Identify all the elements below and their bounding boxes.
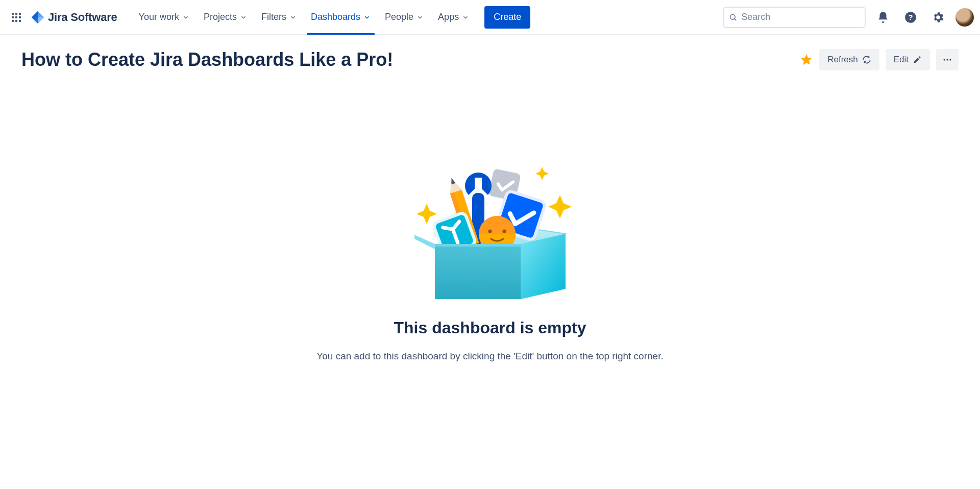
svg-marker-21 bbox=[450, 177, 455, 184]
svg-point-12 bbox=[944, 59, 945, 60]
svg-rect-2 bbox=[19, 13, 21, 15]
svg-point-24 bbox=[488, 230, 492, 233]
product-name: Jira Software bbox=[48, 11, 117, 24]
svg-point-9 bbox=[730, 14, 736, 19]
nav-label: Apps bbox=[438, 12, 459, 22]
nav-projects[interactable]: Projects bbox=[197, 0, 254, 34]
svg-point-13 bbox=[946, 59, 948, 60]
svg-rect-1 bbox=[15, 13, 17, 15]
empty-state-subtitle: You can add to this dashboard by clickin… bbox=[316, 351, 663, 362]
edit-button[interactable]: Edit bbox=[886, 49, 930, 70]
nav-label: People bbox=[385, 12, 413, 22]
nav-people[interactable]: People bbox=[378, 0, 431, 34]
search-input[interactable] bbox=[741, 12, 860, 22]
toolbox-illustration bbox=[403, 162, 577, 305]
notifications-icon[interactable] bbox=[873, 7, 893, 28]
svg-rect-5 bbox=[19, 16, 21, 18]
star-filled-icon bbox=[800, 53, 813, 66]
edit-label: Edit bbox=[894, 55, 909, 65]
page-header: How to Create Jira Dashboards Like a Pro… bbox=[0, 35, 980, 70]
pencil-icon bbox=[913, 55, 922, 64]
jira-logo-icon bbox=[31, 10, 45, 25]
refresh-button[interactable]: Refresh bbox=[819, 49, 879, 70]
search-icon bbox=[729, 13, 737, 22]
nav-label: Your work bbox=[139, 12, 179, 22]
settings-icon[interactable] bbox=[928, 7, 948, 28]
page-actions: Refresh Edit bbox=[800, 49, 959, 70]
svg-rect-0 bbox=[12, 13, 14, 15]
chevron-down-icon bbox=[182, 14, 189, 21]
svg-point-25 bbox=[503, 230, 506, 233]
refresh-label: Refresh bbox=[827, 55, 858, 65]
svg-rect-7 bbox=[15, 20, 17, 22]
nav-right-group: ? bbox=[723, 7, 974, 28]
nav-apps[interactable]: Apps bbox=[431, 0, 476, 34]
star-button[interactable] bbox=[800, 53, 813, 66]
page-title: How to Create Jira Dashboards Like a Pro… bbox=[21, 49, 393, 70]
svg-rect-3 bbox=[12, 16, 14, 18]
nav-filters[interactable]: Filters bbox=[254, 0, 304, 34]
chevron-down-icon bbox=[289, 14, 297, 21]
more-horizontal-icon bbox=[942, 55, 952, 65]
app-switcher-icon[interactable] bbox=[6, 7, 27, 28]
profile-avatar[interactable] bbox=[955, 8, 974, 27]
chevron-down-icon bbox=[363, 14, 371, 21]
more-actions-button[interactable] bbox=[936, 49, 959, 70]
svg-rect-6 bbox=[12, 20, 14, 22]
chevron-down-icon bbox=[240, 14, 247, 21]
create-button[interactable]: Create bbox=[484, 6, 530, 29]
svg-point-14 bbox=[949, 59, 951, 60]
svg-rect-4 bbox=[15, 16, 17, 18]
svg-rect-8 bbox=[19, 20, 21, 22]
svg-text:?: ? bbox=[908, 13, 913, 21]
chevron-down-icon bbox=[416, 14, 424, 21]
refresh-icon bbox=[862, 55, 871, 64]
chevron-down-icon bbox=[462, 14, 469, 21]
empty-state-title: This dashboard is empty bbox=[394, 319, 586, 337]
empty-state: This dashboard is empty You can add to t… bbox=[0, 162, 980, 362]
help-icon[interactable]: ? bbox=[900, 7, 921, 28]
product-logo[interactable]: Jira Software bbox=[29, 10, 124, 25]
nav-dashboards[interactable]: Dashboards bbox=[304, 0, 378, 34]
nav-label: Projects bbox=[204, 12, 237, 22]
global-nav: Jira Software Your work Projects Filters… bbox=[0, 0, 980, 35]
primary-nav: Your work Projects Filters Dashboards Pe… bbox=[132, 0, 477, 34]
nav-your-work[interactable]: Your work bbox=[132, 0, 197, 34]
nav-label: Filters bbox=[261, 12, 286, 22]
svg-rect-27 bbox=[435, 244, 521, 247]
global-search[interactable] bbox=[723, 7, 866, 28]
nav-label: Dashboards bbox=[311, 12, 360, 22]
